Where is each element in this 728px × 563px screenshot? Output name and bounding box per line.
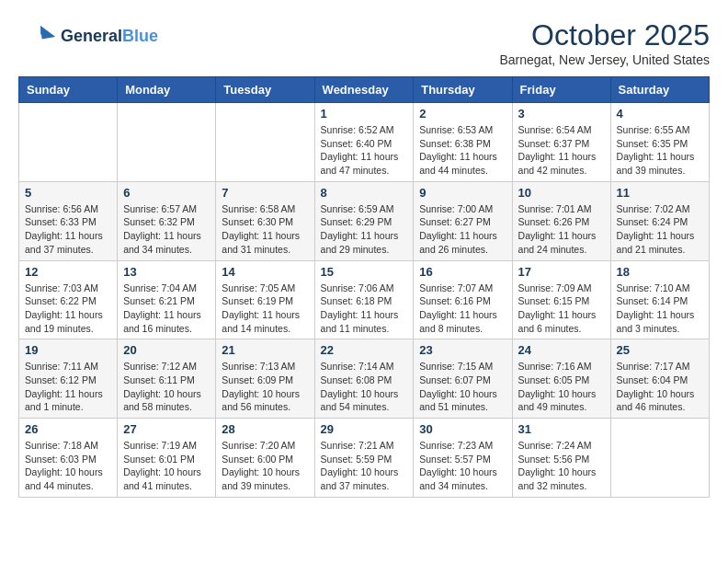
weekday-header-monday: Monday xyxy=(118,77,216,103)
day-info: Sunrise: 7:11 AMSunset: 6:12 PMDaylight:… xyxy=(25,360,111,414)
calendar-cell: 17Sunrise: 7:09 AMSunset: 6:15 PMDayligh… xyxy=(512,260,610,339)
weekday-header-tuesday: Tuesday xyxy=(216,77,314,103)
day-info: Sunrise: 7:12 AMSunset: 6:11 PMDaylight:… xyxy=(123,360,210,414)
day-number: 15 xyxy=(321,265,408,279)
day-info: Sunrise: 7:02 AMSunset: 6:24 PMDaylight:… xyxy=(617,202,703,257)
calendar-cell: 16Sunrise: 7:07 AMSunset: 6:16 PMDayligh… xyxy=(414,260,512,339)
calendar-week-row: 26Sunrise: 7:18 AMSunset: 6:03 PMDayligh… xyxy=(19,419,710,498)
calendar-cell: 3Sunrise: 6:54 AMSunset: 6:37 PMDaylight… xyxy=(512,103,610,182)
day-number: 10 xyxy=(518,186,605,200)
day-info: Sunrise: 6:58 AMSunset: 6:30 PMDaylight:… xyxy=(222,202,308,257)
day-number: 4 xyxy=(617,107,703,121)
day-number: 18 xyxy=(617,265,703,279)
calendar-cell: 1Sunrise: 6:52 AMSunset: 6:40 PMDaylight… xyxy=(314,103,414,182)
calendar-cell: 12Sunrise: 7:03 AMSunset: 6:22 PMDayligh… xyxy=(19,260,118,339)
day-number: 14 xyxy=(222,265,308,279)
day-info: Sunrise: 6:53 AMSunset: 6:38 PMDaylight:… xyxy=(419,123,506,178)
day-number: 30 xyxy=(419,422,506,436)
day-number: 9 xyxy=(419,186,506,200)
day-number: 16 xyxy=(419,265,506,279)
day-number: 8 xyxy=(321,186,408,200)
calendar-cell: 10Sunrise: 7:01 AMSunset: 6:26 PMDayligh… xyxy=(512,181,610,260)
weekday-header-sunday: Sunday xyxy=(19,77,118,103)
day-number: 29 xyxy=(321,422,408,436)
calendar-week-row: 5Sunrise: 6:56 AMSunset: 6:33 PMDaylight… xyxy=(19,181,710,260)
calendar-cell: 31Sunrise: 7:24 AMSunset: 5:56 PMDayligh… xyxy=(512,419,610,498)
day-number: 26 xyxy=(25,422,111,436)
calendar-cell: 8Sunrise: 6:59 AMSunset: 6:29 PMDaylight… xyxy=(314,181,414,260)
day-info: Sunrise: 6:56 AMSunset: 6:33 PMDaylight:… xyxy=(25,202,111,257)
calendar-cell xyxy=(19,103,118,182)
calendar-cell: 14Sunrise: 7:05 AMSunset: 6:19 PMDayligh… xyxy=(216,260,314,339)
day-number: 13 xyxy=(123,265,210,279)
day-info: Sunrise: 6:59 AMSunset: 6:29 PMDaylight:… xyxy=(321,202,408,257)
day-info: Sunrise: 7:16 AMSunset: 6:05 PMDaylight:… xyxy=(518,360,605,414)
weekday-header-friday: Friday xyxy=(512,77,610,103)
calendar-cell: 9Sunrise: 7:00 AMSunset: 6:27 PMDaylight… xyxy=(414,181,512,260)
calendar-cell: 27Sunrise: 7:19 AMSunset: 6:01 PMDayligh… xyxy=(118,419,216,498)
day-info: Sunrise: 6:57 AMSunset: 6:32 PMDaylight:… xyxy=(123,202,210,257)
title-block: October 2025 Barnegat, New Jersey, Unite… xyxy=(499,18,710,67)
calendar-cell: 20Sunrise: 7:12 AMSunset: 6:11 PMDayligh… xyxy=(118,339,216,419)
page-header: GeneralBlue October 2025 Barnegat, New J… xyxy=(18,18,710,67)
day-number: 24 xyxy=(518,343,605,357)
day-info: Sunrise: 7:01 AMSunset: 6:26 PMDaylight:… xyxy=(518,202,605,257)
calendar-cell: 22Sunrise: 7:14 AMSunset: 6:08 PMDayligh… xyxy=(314,339,414,419)
day-info: Sunrise: 7:04 AMSunset: 6:21 PMDaylight:… xyxy=(123,282,210,336)
day-info: Sunrise: 7:21 AMSunset: 5:59 PMDaylight:… xyxy=(321,439,408,493)
calendar-table: SundayMondayTuesdayWednesdayThursdayFrid… xyxy=(18,76,710,498)
calendar-cell: 11Sunrise: 7:02 AMSunset: 6:24 PMDayligh… xyxy=(610,181,709,260)
logo-icon xyxy=(18,18,55,55)
day-info: Sunrise: 7:00 AMSunset: 6:27 PMDaylight:… xyxy=(419,202,506,257)
calendar-cell: 5Sunrise: 6:56 AMSunset: 6:33 PMDaylight… xyxy=(19,181,118,260)
day-number: 25 xyxy=(617,343,703,357)
day-number: 21 xyxy=(222,343,308,357)
calendar-cell: 4Sunrise: 6:55 AMSunset: 6:35 PMDaylight… xyxy=(610,103,709,182)
calendar-cell: 26Sunrise: 7:18 AMSunset: 6:03 PMDayligh… xyxy=(19,419,118,498)
day-info: Sunrise: 7:14 AMSunset: 6:08 PMDaylight:… xyxy=(321,360,408,414)
day-info: Sunrise: 7:07 AMSunset: 6:16 PMDaylight:… xyxy=(419,282,506,336)
day-number: 11 xyxy=(617,186,703,200)
calendar-cell: 21Sunrise: 7:13 AMSunset: 6:09 PMDayligh… xyxy=(216,339,314,419)
day-number: 17 xyxy=(518,265,605,279)
calendar-week-row: 19Sunrise: 7:11 AMSunset: 6:12 PMDayligh… xyxy=(19,339,710,419)
day-info: Sunrise: 7:24 AMSunset: 5:56 PMDaylight:… xyxy=(518,439,605,493)
day-info: Sunrise: 7:17 AMSunset: 6:04 PMDaylight:… xyxy=(617,360,703,414)
day-number: 22 xyxy=(321,343,408,357)
day-info: Sunrise: 6:52 AMSunset: 6:40 PMDaylight:… xyxy=(321,123,408,178)
day-number: 2 xyxy=(419,107,506,121)
calendar-cell: 29Sunrise: 7:21 AMSunset: 5:59 PMDayligh… xyxy=(314,419,414,498)
day-info: Sunrise: 7:10 AMSunset: 6:14 PMDaylight:… xyxy=(617,282,703,336)
weekday-header-wednesday: Wednesday xyxy=(314,77,414,103)
day-number: 19 xyxy=(25,343,111,357)
day-number: 3 xyxy=(518,107,605,121)
day-number: 28 xyxy=(222,422,308,436)
day-info: Sunrise: 7:23 AMSunset: 5:57 PMDaylight:… xyxy=(419,439,506,493)
calendar-title: October 2025 xyxy=(499,18,710,52)
day-info: Sunrise: 7:19 AMSunset: 6:01 PMDaylight:… xyxy=(123,439,210,493)
calendar-week-row: 1Sunrise: 6:52 AMSunset: 6:40 PMDaylight… xyxy=(19,103,710,182)
calendar-week-row: 12Sunrise: 7:03 AMSunset: 6:22 PMDayligh… xyxy=(19,260,710,339)
day-info: Sunrise: 7:13 AMSunset: 6:09 PMDaylight:… xyxy=(222,360,308,414)
calendar-cell xyxy=(610,419,709,498)
calendar-cell: 15Sunrise: 7:06 AMSunset: 6:18 PMDayligh… xyxy=(314,260,414,339)
svg-marker-1 xyxy=(40,26,55,39)
day-number: 27 xyxy=(123,422,210,436)
calendar-cell: 7Sunrise: 6:58 AMSunset: 6:30 PMDaylight… xyxy=(216,181,314,260)
weekday-header-row: SundayMondayTuesdayWednesdayThursdayFrid… xyxy=(19,77,710,103)
calendar-cell xyxy=(216,103,314,182)
calendar-cell xyxy=(118,103,216,182)
calendar-cell: 18Sunrise: 7:10 AMSunset: 6:14 PMDayligh… xyxy=(610,260,709,339)
day-info: Sunrise: 6:55 AMSunset: 6:35 PMDaylight:… xyxy=(617,123,703,178)
calendar-cell: 25Sunrise: 7:17 AMSunset: 6:04 PMDayligh… xyxy=(610,339,709,419)
day-number: 20 xyxy=(123,343,210,357)
calendar-cell: 28Sunrise: 7:20 AMSunset: 6:00 PMDayligh… xyxy=(216,419,314,498)
day-info: Sunrise: 6:54 AMSunset: 6:37 PMDaylight:… xyxy=(518,123,605,178)
calendar-subtitle: Barnegat, New Jersey, United States xyxy=(499,52,710,67)
calendar-cell: 2Sunrise: 6:53 AMSunset: 6:38 PMDaylight… xyxy=(414,103,512,182)
day-number: 1 xyxy=(321,107,408,121)
day-number: 31 xyxy=(518,422,605,436)
day-number: 23 xyxy=(419,343,506,357)
day-number: 12 xyxy=(25,265,111,279)
calendar-cell: 13Sunrise: 7:04 AMSunset: 6:21 PMDayligh… xyxy=(118,260,216,339)
